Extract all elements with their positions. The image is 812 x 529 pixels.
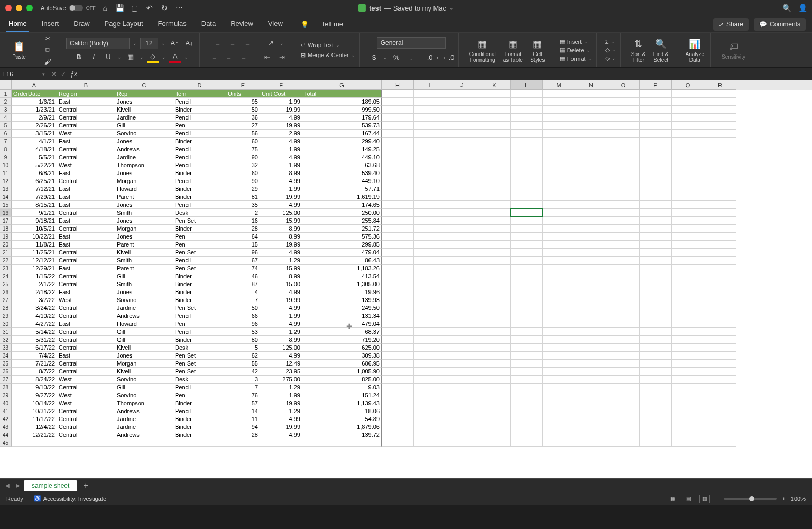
align-middle-button[interactable]: ≡: [227, 38, 238, 49]
paste-button[interactable]: 📋Paste: [10, 39, 29, 61]
cell-P38[interactable]: [640, 384, 672, 391]
cell-C15[interactable]: Jones: [115, 201, 173, 209]
cell-N23[interactable]: [575, 264, 607, 272]
cell-F1[interactable]: Unit Cost: [260, 90, 302, 98]
cell-A6[interactable]: 3/15/21: [12, 130, 57, 138]
cell-R10[interactable]: [704, 161, 736, 169]
cell-L10[interactable]: [511, 161, 543, 169]
cell-N36[interactable]: [575, 368, 607, 376]
cell-O24[interactable]: [607, 272, 640, 280]
cell-G23[interactable]: 1,183.26: [302, 264, 382, 272]
cell-E27[interactable]: 7: [226, 296, 260, 304]
cell-M31[interactable]: [543, 328, 575, 336]
sheet-tab-active[interactable]: sample sheet: [24, 480, 77, 491]
cell-A31[interactable]: 5/14/22: [12, 328, 57, 336]
cell-P11[interactable]: [640, 169, 672, 177]
cell-L20[interactable]: [511, 241, 543, 249]
cell-J24[interactable]: [446, 272, 478, 280]
cell-D20[interactable]: Pen: [173, 241, 226, 249]
cell-M13[interactable]: [543, 185, 575, 193]
cell-P6[interactable]: [640, 130, 672, 138]
cell-K7[interactable]: [478, 138, 511, 145]
cell-O32[interactable]: [607, 336, 640, 344]
cell-C7[interactable]: Jones: [115, 138, 173, 145]
cell-Q10[interactable]: [672, 161, 704, 169]
new-icon[interactable]: ▢: [131, 4, 139, 12]
cell-K5[interactable]: [478, 122, 511, 130]
cell-D1[interactable]: Item: [173, 90, 226, 98]
cell-H19[interactable]: [382, 233, 414, 241]
cell-K20[interactable]: [478, 241, 511, 249]
cell-B19[interactable]: East: [57, 233, 115, 241]
cell-G7[interactable]: 299.40: [302, 138, 382, 145]
cell-E40[interactable]: 57: [226, 399, 260, 407]
cell-N3[interactable]: [575, 106, 607, 114]
cell-P20[interactable]: [640, 241, 672, 249]
cell-C36[interactable]: Kivell: [115, 368, 173, 376]
cell-E8[interactable]: 75: [226, 145, 260, 153]
cell-O4[interactable]: [607, 114, 640, 122]
cell-M15[interactable]: [543, 201, 575, 209]
cell-N40[interactable]: [575, 399, 607, 407]
cell-R7[interactable]: [704, 138, 736, 145]
cell-M1[interactable]: [543, 90, 575, 98]
cell-E26[interactable]: 4: [226, 288, 260, 296]
cell-A21[interactable]: 11/25/21: [12, 249, 57, 257]
cell-I35[interactable]: [414, 360, 446, 368]
cell-P8[interactable]: [640, 145, 672, 153]
cell-F18[interactable]: 8.99: [260, 225, 302, 233]
cell-I13[interactable]: [414, 185, 446, 193]
row-header-9[interactable]: 9: [0, 153, 12, 161]
search-icon[interactable]: 🔍: [782, 4, 791, 12]
cell-C10[interactable]: Thompson: [115, 161, 173, 169]
cell-B39[interactable]: West: [57, 391, 115, 399]
fill-color-button[interactable]: ◇: [147, 51, 159, 63]
cell-C42[interactable]: Jardine: [115, 415, 173, 423]
cell-G11[interactable]: 539.40: [302, 169, 382, 177]
cell-L41[interactable]: [511, 407, 543, 415]
cell-P15[interactable]: [640, 201, 672, 209]
cell-R4[interactable]: [704, 114, 736, 122]
cell-N20[interactable]: [575, 241, 607, 249]
cell-B28[interactable]: Central: [57, 304, 115, 312]
cell-P19[interactable]: [640, 233, 672, 241]
cell-O38[interactable]: [607, 384, 640, 391]
cell-G29[interactable]: 131.34: [302, 312, 382, 320]
cell-J16[interactable]: [446, 209, 478, 217]
col-header-F[interactable]: F: [260, 80, 302, 90]
cell-A35[interactable]: 7/21/22: [12, 360, 57, 368]
accessibility-status[interactable]: Accessibility: Investigate: [43, 496, 106, 502]
cell-J11[interactable]: [446, 169, 478, 177]
cell-M16[interactable]: [543, 209, 575, 217]
cell-I14[interactable]: [414, 193, 446, 201]
cell-P5[interactable]: [640, 122, 672, 130]
cell-E15[interactable]: 35: [226, 201, 260, 209]
cell-B1[interactable]: Region: [57, 90, 115, 98]
cell-C33[interactable]: Kivell: [115, 344, 173, 352]
cell-N30[interactable]: [575, 320, 607, 328]
cell-Q9[interactable]: [672, 153, 704, 161]
cell-F8[interactable]: 1.99: [260, 145, 302, 153]
cell-P27[interactable]: [640, 296, 672, 304]
cell-H12[interactable]: [382, 177, 414, 185]
cell-M10[interactable]: [543, 161, 575, 169]
cell-N42[interactable]: [575, 415, 607, 423]
cell-E20[interactable]: 15: [226, 241, 260, 249]
row-header-18[interactable]: 18: [0, 225, 12, 233]
cell-A44[interactable]: 12/21/22: [12, 431, 57, 439]
cell-P21[interactable]: [640, 249, 672, 257]
cell-O35[interactable]: [607, 360, 640, 368]
col-header-M[interactable]: M: [543, 80, 575, 90]
cell-C28[interactable]: Jardine: [115, 304, 173, 312]
cell-D8[interactable]: Pencil: [173, 145, 226, 153]
cell-B44[interactable]: Central: [57, 431, 115, 439]
cell-G15[interactable]: 174.65: [302, 201, 382, 209]
cell-K9[interactable]: [478, 153, 511, 161]
cell-J15[interactable]: [446, 201, 478, 209]
cell-B8[interactable]: Central: [57, 145, 115, 153]
cell-H39[interactable]: [382, 391, 414, 399]
col-header-G[interactable]: G: [302, 80, 382, 90]
cell-I3[interactable]: [414, 106, 446, 114]
col-header-J[interactable]: J: [446, 80, 478, 90]
cell-J12[interactable]: [446, 177, 478, 185]
